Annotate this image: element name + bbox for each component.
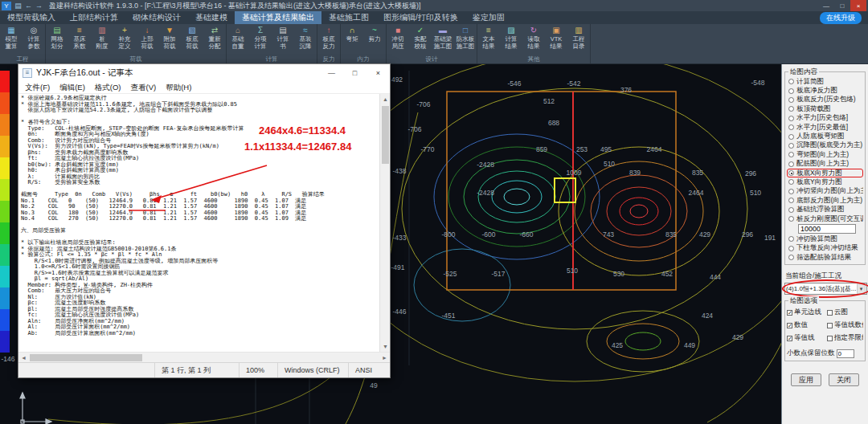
tab-2[interactable]: 上部结构计算	[63, 11, 125, 24]
scroll-up-icon[interactable]: ▲	[380, 94, 391, 104]
checkbox-option-6[interactable]: 指定界限绘制	[827, 333, 863, 343]
save-icon[interactable]: ▤	[13, 1, 23, 10]
scroll-right-icon[interactable]: ►	[379, 353, 390, 363]
ribbon-button-rebar-check[interactable]: ✓实配校核	[409, 24, 432, 55]
tab-6[interactable]: 基础施工图	[321, 11, 376, 24]
ribbon-button-item-calc[interactable]: Σ分项计算	[249, 24, 272, 55]
ribbon-button-mesh-divide[interactable]: ▤网格划分	[46, 24, 68, 55]
checkbox-option-5[interactable]: ✓等值线	[787, 333, 827, 343]
ribbon-button-label: 局压	[392, 43, 404, 51]
ribbon-button-moment[interactable]: ∩弯矩	[341, 24, 363, 55]
minimize-button[interactable]: —	[818, 0, 834, 11]
radio-option-10[interactable]: 配筋图(向上为主)	[787, 160, 863, 169]
radio-option-6[interactable]: 水平力[历史最值]	[787, 123, 863, 132]
radio-option-15[interactable]: 基础抗浮验算图	[787, 205, 863, 214]
notepad-vertical-scrollbar[interactable]: ▲ ▼	[379, 94, 390, 352]
ribbon-button-project-dir[interactable]: ▥工程目录	[567, 24, 590, 55]
radio-option-17[interactable]: 冲切验算简图	[787, 234, 863, 243]
ribbon-button-pile-stiffness[interactable]: ▥桩刚度	[91, 24, 113, 55]
radio-option-1[interactable]: 计算简图	[787, 77, 863, 86]
tab-5[interactable]: 基础计算及结果输出	[235, 11, 321, 24]
radio-option-19[interactable]: 筛选配筋验算结果	[787, 253, 863, 262]
ribbon-button-extra-load[interactable]: ▼附加荷载	[158, 24, 181, 55]
ribbon-group-内力: ∩弯矩~剪力内力	[341, 24, 387, 63]
ribbon-button-model-recalc[interactable]: ▦模型重算	[0, 24, 23, 55]
tab-1[interactable]: 模型荷载输入	[0, 11, 63, 24]
notepad-minimize-button[interactable]: —	[320, 64, 343, 81]
radio-option-3[interactable]: 板底反力(历史包络)	[787, 96, 863, 104]
ribbon-button-label: 划分	[51, 43, 63, 51]
scroll-down-icon[interactable]: ▼	[380, 341, 391, 352]
ribbon-button-load-redistribute[interactable]: ⇄重新分配	[203, 24, 226, 55]
radio-option-8[interactable]: 沉降图(板底受力为主)	[787, 141, 863, 150]
chevron-down-icon[interactable]: ▾	[857, 283, 866, 294]
checkbox-option-2[interactable]: 云图	[827, 308, 863, 317]
horizontal-scroll-thumb[interactable]	[30, 354, 142, 361]
notepad-icon: ≡	[23, 68, 32, 78]
notepad-menu-5[interactable]: 帮助(H)	[161, 81, 196, 93]
radio-option-16[interactable]: 桩反力刚度图(可交互调整)	[787, 214, 863, 223]
decimal-places-input[interactable]	[837, 349, 854, 358]
ribbon-button-text-result[interactable]: ≡文本结果	[477, 24, 500, 55]
online-upgrade-button[interactable]: 在线升级	[820, 12, 862, 24]
tab-3[interactable]: 砌体结构设计	[125, 11, 188, 24]
radio-option-14[interactable]: 底部反力图(向上为主)	[787, 196, 863, 205]
plot-options-title: 绘图选项	[788, 296, 819, 306]
radio-label: 桩反力刚度图(可交互调整)	[796, 214, 863, 223]
radio-option-5[interactable]: 水平力[历史包络]	[787, 114, 863, 123]
tab-4[interactable]: 基础建模	[188, 11, 235, 24]
ribbon-button-slab-load[interactable]: ▧板底荷载	[181, 24, 203, 55]
ribbon-button-upper-load[interactable]: ↓上部荷载	[136, 24, 158, 55]
radio-option-11[interactable]: 板底X向剪力图	[787, 169, 863, 177]
radio-option-2[interactable]: 板底净反力图	[787, 86, 863, 95]
ribbon-button-beam-drawing[interactable]: ▬基础梁施工图	[432, 24, 454, 55]
vertical-scroll-thumb[interactable]	[382, 106, 389, 164]
radio-option-4[interactable]: 板顶荷载图	[787, 104, 863, 113]
maximize-button[interactable]: □	[834, 0, 850, 11]
notepad-menu-3[interactable]: 格式(O)	[90, 81, 126, 93]
radio-option-12[interactable]: 板底Y向剪力图	[787, 177, 863, 186]
checkbox-icon	[827, 323, 833, 328]
ribbon-button-supplement-define[interactable]: +补充定义	[113, 24, 136, 55]
ribbon-button-shear[interactable]: ~剪力	[363, 24, 386, 55]
tab-7[interactable]: 图形编辑/打印及转换	[376, 11, 465, 24]
notepad-title-bar[interactable]: ≡ YJK-F承台16.out - 记事本 — □ ×	[18, 64, 390, 81]
ribbon-button-punching-local[interactable]: ■冲切局压	[387, 24, 409, 55]
notepad-horizontal-scrollbar[interactable]: ◄ ►	[18, 352, 390, 362]
ribbon-button-slab-reaction[interactable]: ↑板底反力	[317, 24, 340, 55]
ribbon-button-subgrade-coef[interactable]: ≡基床系数	[68, 24, 91, 55]
ribbon-button-foundation-selfweight[interactable]: ⌂基础自重	[227, 24, 249, 55]
apply-button[interactable]: 应用	[791, 373, 821, 386]
checkbox-option-3[interactable]: ✓数值	[787, 320, 827, 330]
notepad-menu-2[interactable]: 编辑(E)	[55, 81, 90, 93]
radio-option-18[interactable]: 下柱墩反向冲切结果	[787, 244, 863, 253]
ribbon-button-calc-book[interactable]: ▤计算书	[272, 24, 294, 55]
checkbox-icon	[827, 310, 833, 316]
pile-stiffness-input[interactable]	[798, 224, 856, 234]
ribbon-button-read-result[interactable]: ↻读取结果	[522, 24, 545, 55]
tab-8[interactable]: 鉴定加固	[465, 11, 512, 24]
undo-icon[interactable]: ←	[23, 1, 34, 10]
notepad-text-area[interactable]: * 依据砼规6.2.9条相应规定执行 * 依据上海地基基础设计规范11.1.6条…	[18, 94, 379, 352]
ribbon-button-vtk-result[interactable]: ▣VTK结果	[545, 24, 567, 55]
checkbox-option-1[interactable]: ✓单元边线	[787, 308, 827, 317]
notepad-maximize-button[interactable]: □	[343, 64, 366, 81]
radio-option-13[interactable]: 冲切竖向力图(向上为主)	[787, 187, 863, 196]
radio-label: 基础抗浮验算图	[796, 205, 845, 214]
close-button[interactable]: ×	[850, 0, 866, 11]
radio-option-7[interactable]: 人防底板弯矩图	[787, 132, 863, 141]
redo-icon[interactable]: →	[34, 1, 44, 10]
ribbon-button-calc-result[interactable]: ▨计算结果	[500, 24, 522, 55]
scroll-left-icon[interactable]: ◄	[18, 353, 29, 363]
ribbon-button-settlement[interactable]: ≈基装沉降	[294, 24, 317, 55]
combination-dropdown[interactable]: (4)1.0恒+1.36活(基)[基... ▾	[784, 283, 867, 295]
radio-icon	[788, 198, 794, 203]
checkbox-option-4[interactable]: 等值线数值	[827, 320, 863, 330]
radio-option-9[interactable]: 弯矩图(向上为主)	[787, 150, 863, 159]
notepad-close-button[interactable]: ×	[366, 64, 390, 81]
ribbon-button-waterproof-slab[interactable]: □防水板施工图	[454, 24, 477, 55]
notepad-menu-4[interactable]: 查看(V)	[126, 81, 162, 93]
ribbon-button-calc-params[interactable]: ◎计算参数	[23, 24, 45, 55]
close-panel-button[interactable]: 关闭	[829, 373, 859, 386]
notepad-menu-1[interactable]: 文件(F)	[20, 81, 55, 93]
